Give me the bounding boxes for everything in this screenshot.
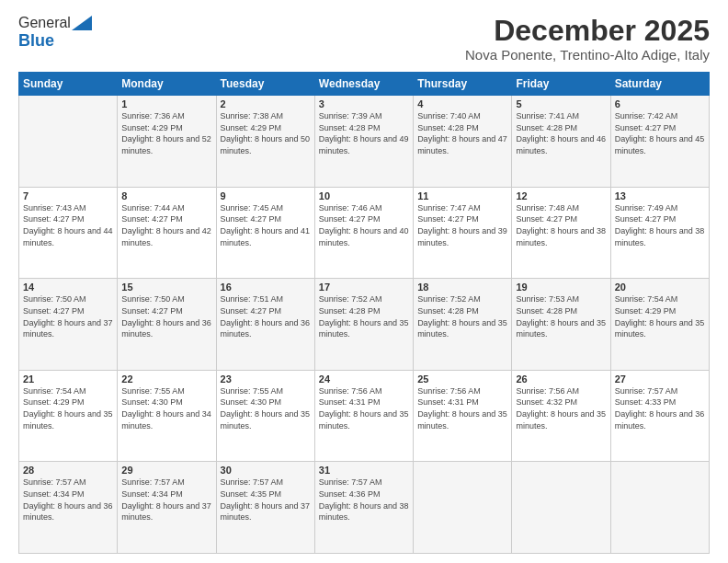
day-number: 16 <box>221 282 311 293</box>
day-number: 28 <box>23 465 113 476</box>
day-cell: 24Sunrise: 7:56 AMSunset: 4:31 PMDayligh… <box>314 370 413 462</box>
day-number: 31 <box>319 465 409 476</box>
calendar-title: December 2025 <box>465 15 710 47</box>
logo-icon <box>72 16 92 30</box>
day-info: Sunrise: 7:57 AMSunset: 4:33 PMDaylight:… <box>615 385 705 431</box>
day-cell: 15Sunrise: 7:50 AMSunset: 4:27 PMDayligh… <box>118 279 216 371</box>
day-number: 4 <box>417 98 507 109</box>
day-info: Sunrise: 7:54 AMSunset: 4:29 PMDaylight:… <box>23 385 113 431</box>
header-cell-thursday: Thursday <box>414 73 512 96</box>
day-info: Sunrise: 7:46 AMSunset: 4:27 PMDaylight:… <box>319 202 409 248</box>
day-info: Sunrise: 7:44 AMSunset: 4:27 PMDaylight:… <box>121 202 211 248</box>
day-number: 23 <box>221 373 311 385</box>
day-number: 1 <box>121 98 211 109</box>
day-cell: 3Sunrise: 7:39 AMSunset: 4:28 PMDaylight… <box>314 96 413 188</box>
header-row: SundayMondayTuesdayWednesdayThursdayFrid… <box>19 73 710 96</box>
day-info: Sunrise: 7:57 AMSunset: 4:34 PMDaylight:… <box>121 477 211 523</box>
day-info: Sunrise: 7:50 AMSunset: 4:27 PMDaylight:… <box>121 293 211 339</box>
day-info: Sunrise: 7:51 AMSunset: 4:27 PMDaylight:… <box>221 293 311 339</box>
day-cell: 23Sunrise: 7:55 AMSunset: 4:30 PMDayligh… <box>216 370 314 462</box>
header-cell-tuesday: Tuesday <box>216 73 314 96</box>
day-cell: 8Sunrise: 7:44 AMSunset: 4:27 PMDaylight… <box>118 187 216 279</box>
svg-marker-0 <box>72 16 92 30</box>
page: General Blue December 2025 Nova Ponente,… <box>0 0 728 563</box>
day-info: Sunrise: 7:42 AMSunset: 4:27 PMDaylight:… <box>615 110 705 156</box>
day-cell: 27Sunrise: 7:57 AMSunset: 4:33 PMDayligh… <box>610 370 709 462</box>
day-cell: 13Sunrise: 7:49 AMSunset: 4:27 PMDayligh… <box>610 187 709 279</box>
day-cell: 18Sunrise: 7:52 AMSunset: 4:28 PMDayligh… <box>414 279 512 371</box>
header-cell-monday: Monday <box>118 73 216 96</box>
day-cell: 26Sunrise: 7:56 AMSunset: 4:32 PMDayligh… <box>512 370 610 462</box>
day-info: Sunrise: 7:57 AMSunset: 4:34 PMDaylight:… <box>23 477 113 523</box>
logo: General Blue <box>18 15 92 51</box>
day-cell: 11Sunrise: 7:47 AMSunset: 4:27 PMDayligh… <box>414 187 512 279</box>
day-cell: 22Sunrise: 7:55 AMSunset: 4:30 PMDayligh… <box>118 370 216 462</box>
day-number: 6 <box>615 98 705 109</box>
week-row-0: 1Sunrise: 7:36 AMSunset: 4:29 PMDaylight… <box>19 96 710 188</box>
day-cell: 19Sunrise: 7:53 AMSunset: 4:28 PMDayligh… <box>512 279 610 371</box>
day-number: 8 <box>121 190 211 201</box>
day-cell: 29Sunrise: 7:57 AMSunset: 4:34 PMDayligh… <box>118 462 216 554</box>
day-number: 7 <box>23 190 113 201</box>
day-cell: 6Sunrise: 7:42 AMSunset: 4:27 PMDaylight… <box>610 96 709 188</box>
day-number: 24 <box>319 373 409 385</box>
day-info: Sunrise: 7:55 AMSunset: 4:30 PMDaylight:… <box>221 385 311 431</box>
day-number: 29 <box>121 465 211 476</box>
day-number: 9 <box>221 190 311 201</box>
day-number: 27 <box>615 373 705 385</box>
header: General Blue December 2025 Nova Ponente,… <box>18 15 710 63</box>
day-number: 26 <box>516 373 606 385</box>
day-info: Sunrise: 7:38 AMSunset: 4:29 PMDaylight:… <box>221 110 311 156</box>
header-cell-sunday: Sunday <box>19 73 118 96</box>
week-row-3: 21Sunrise: 7:54 AMSunset: 4:29 PMDayligh… <box>19 370 710 462</box>
day-number: 2 <box>221 98 311 109</box>
day-number: 12 <box>516 190 606 201</box>
day-number: 25 <box>417 373 507 385</box>
day-cell: 5Sunrise: 7:41 AMSunset: 4:28 PMDaylight… <box>512 96 610 188</box>
day-cell: 7Sunrise: 7:43 AMSunset: 4:27 PMDaylight… <box>19 187 118 279</box>
calendar-table: SundayMondayTuesdayWednesdayThursdayFrid… <box>18 72 710 554</box>
day-number: 22 <box>121 373 211 385</box>
week-row-1: 7Sunrise: 7:43 AMSunset: 4:27 PMDaylight… <box>19 187 710 279</box>
day-cell: 21Sunrise: 7:54 AMSunset: 4:29 PMDayligh… <box>19 370 118 462</box>
header-cell-friday: Friday <box>512 73 610 96</box>
day-info: Sunrise: 7:52 AMSunset: 4:28 PMDaylight:… <box>319 293 409 339</box>
day-info: Sunrise: 7:56 AMSunset: 4:32 PMDaylight:… <box>516 385 606 431</box>
day-info: Sunrise: 7:56 AMSunset: 4:31 PMDaylight:… <box>417 385 507 431</box>
day-cell: 20Sunrise: 7:54 AMSunset: 4:29 PMDayligh… <box>610 279 709 371</box>
day-info: Sunrise: 7:39 AMSunset: 4:28 PMDaylight:… <box>319 110 409 156</box>
day-cell: 17Sunrise: 7:52 AMSunset: 4:28 PMDayligh… <box>314 279 413 371</box>
day-cell <box>512 462 610 554</box>
day-cell: 16Sunrise: 7:51 AMSunset: 4:27 PMDayligh… <box>216 279 314 371</box>
day-number: 10 <box>319 190 409 201</box>
day-info: Sunrise: 7:50 AMSunset: 4:27 PMDaylight:… <box>23 293 113 339</box>
title-block: December 2025 Nova Ponente, Trentino-Alt… <box>465 15 710 63</box>
day-cell: 1Sunrise: 7:36 AMSunset: 4:29 PMDaylight… <box>118 96 216 188</box>
day-cell <box>414 462 512 554</box>
day-info: Sunrise: 7:56 AMSunset: 4:31 PMDaylight:… <box>319 385 409 431</box>
day-cell: 25Sunrise: 7:56 AMSunset: 4:31 PMDayligh… <box>414 370 512 462</box>
day-cell <box>610 462 709 554</box>
day-cell: 10Sunrise: 7:46 AMSunset: 4:27 PMDayligh… <box>314 187 413 279</box>
day-info: Sunrise: 7:36 AMSunset: 4:29 PMDaylight:… <box>121 110 211 156</box>
logo-blue-text: Blue <box>18 31 54 51</box>
day-cell: 30Sunrise: 7:57 AMSunset: 4:35 PMDayligh… <box>216 462 314 554</box>
day-cell: 28Sunrise: 7:57 AMSunset: 4:34 PMDayligh… <box>19 462 118 554</box>
day-cell: 2Sunrise: 7:38 AMSunset: 4:29 PMDaylight… <box>216 96 314 188</box>
day-number: 11 <box>417 190 507 201</box>
day-number: 18 <box>417 282 507 293</box>
day-number: 30 <box>221 465 311 476</box>
day-info: Sunrise: 7:53 AMSunset: 4:28 PMDaylight:… <box>516 293 606 339</box>
day-cell: 14Sunrise: 7:50 AMSunset: 4:27 PMDayligh… <box>19 279 118 371</box>
day-info: Sunrise: 7:57 AMSunset: 4:35 PMDaylight:… <box>221 477 311 523</box>
day-cell: 31Sunrise: 7:57 AMSunset: 4:36 PMDayligh… <box>314 462 413 554</box>
day-number: 14 <box>23 282 113 293</box>
logo-general-text: General <box>18 15 71 31</box>
day-cell <box>19 96 118 188</box>
day-info: Sunrise: 7:41 AMSunset: 4:28 PMDaylight:… <box>516 110 606 156</box>
day-number: 5 <box>516 98 606 109</box>
day-info: Sunrise: 7:43 AMSunset: 4:27 PMDaylight:… <box>23 202 113 248</box>
day-cell: 12Sunrise: 7:48 AMSunset: 4:27 PMDayligh… <box>512 187 610 279</box>
calendar-subtitle: Nova Ponente, Trentino-Alto Adige, Italy <box>465 47 710 63</box>
day-number: 19 <box>516 282 606 293</box>
